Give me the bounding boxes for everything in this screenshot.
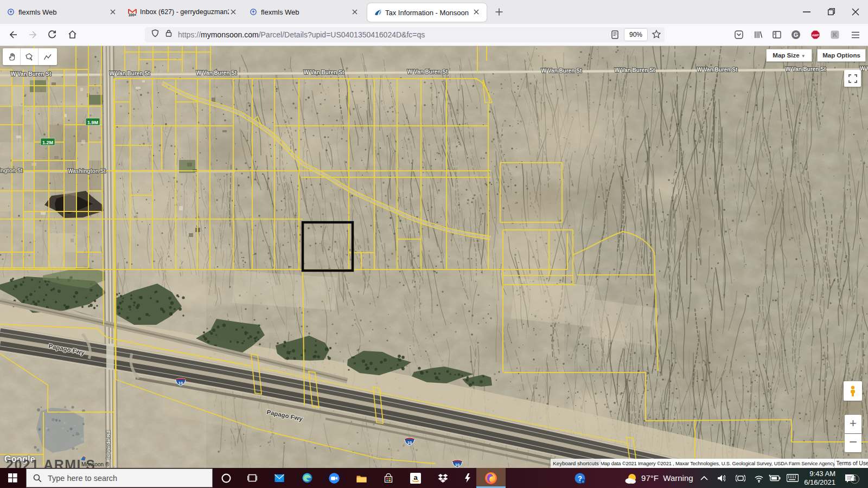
svg-text:G: G [794, 31, 799, 38]
svg-text:100+: 100+ [129, 13, 137, 17]
svg-text:Washington St: Washington St [68, 168, 106, 174]
svg-text:W Van Buren St: W Van Buren St [786, 66, 826, 72]
svg-text:W Va: W Va [860, 66, 868, 72]
svg-text:ABP: ABP [812, 34, 819, 37]
svg-text:W Van Buren St: W Van Buren St [304, 69, 344, 75]
svg-text:1.2M: 1.2M [42, 140, 53, 145]
svg-text:W Van Buren St: W Van Buren St [11, 71, 52, 77]
svg-text:W Van Buren St: W Van Buren St [615, 67, 655, 73]
svg-text:10: 10 [455, 463, 459, 467]
svg-text:10: 10 [178, 381, 183, 386]
svg-text:K: K [833, 31, 837, 38]
svg-text:W Van Buren St: W Van Buren St [697, 67, 738, 73]
svg-text:W Van Buren St: W Van Buren St [110, 70, 150, 76]
svg-text:a: a [413, 473, 418, 481]
svg-text:ington St: ington St [0, 168, 23, 174]
svg-text:W Van Buren St: W Van Buren St [196, 70, 237, 76]
svg-text:lo Verde Rd: lo Verde Rd [105, 431, 111, 459]
svg-text:10: 10 [407, 440, 412, 445]
svg-text:W Van Buren St: W Van Buren St [541, 68, 582, 74]
svg-text:1.9M: 1.9M [87, 120, 98, 125]
svg-text:W Van Buren St: W Van Buren St [407, 69, 448, 75]
